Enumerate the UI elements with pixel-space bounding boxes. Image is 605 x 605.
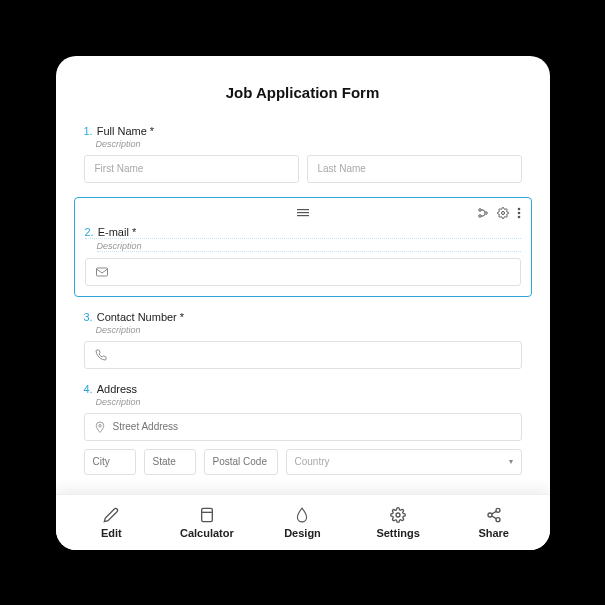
address-row-2: Country ▾ [84, 449, 522, 475]
bottom-nav: Edit Calculator Design Settings Share [56, 494, 550, 550]
svg-line-22 [491, 511, 496, 514]
svg-rect-10 [96, 268, 107, 276]
svg-point-8 [517, 211, 520, 214]
field-label-row: 1. Full Name * [84, 125, 522, 137]
form-title[interactable]: Job Application Form [80, 84, 526, 101]
gear-icon [390, 506, 406, 524]
nav-design[interactable]: Design [255, 506, 351, 539]
calculator-icon [199, 506, 215, 524]
more-icon[interactable] [517, 207, 521, 219]
field-contact[interactable]: 3. Contact Number * Description [80, 311, 526, 369]
gear-icon[interactable] [497, 207, 509, 219]
field-address[interactable]: 4. Address Description Country ▾ [80, 383, 526, 475]
drag-handle-icon[interactable] [297, 209, 309, 217]
last-name-input[interactable] [307, 155, 522, 183]
field-description: Description [97, 241, 521, 252]
svg-rect-12 [202, 508, 213, 521]
first-name-input[interactable] [84, 155, 299, 183]
nav-label: Design [284, 527, 321, 539]
svg-point-21 [496, 517, 500, 521]
svg-rect-1 [297, 212, 309, 213]
field-toolbar [85, 204, 521, 222]
country-select[interactable]: Country ▾ [286, 449, 522, 475]
svg-rect-0 [297, 209, 309, 210]
field-description: Description [96, 139, 522, 149]
svg-point-6 [501, 211, 504, 214]
form-canvas: Job Application Form 1. Full Name * Desc… [56, 56, 550, 494]
city-input[interactable] [84, 449, 136, 475]
field-description: Description [96, 397, 522, 407]
pencil-icon [103, 506, 119, 524]
field-label: Full Name * [97, 125, 154, 137]
email-input-wrapper [85, 258, 521, 286]
nav-edit[interactable]: Edit [64, 506, 160, 539]
field-label: Contact Number * [97, 311, 184, 323]
form-builder-window: Job Application Form 1. Full Name * Desc… [56, 56, 550, 550]
field-fullname[interactable]: 1. Full Name * Description [80, 125, 526, 183]
field-number: 4. [84, 383, 93, 395]
nav-settings[interactable]: Settings [350, 506, 446, 539]
drop-icon [295, 506, 309, 524]
svg-point-5 [484, 211, 487, 214]
svg-line-23 [491, 516, 496, 519]
field-label-row: 4. Address [84, 383, 522, 395]
field-description: Description [96, 325, 522, 335]
field-label-row: 3. Contact Number * [84, 311, 522, 323]
field-number: 3. [84, 311, 93, 323]
nav-label: Calculator [180, 527, 234, 539]
nav-label: Share [478, 527, 509, 539]
street-input[interactable] [113, 421, 511, 432]
chevron-down-icon: ▾ [509, 457, 513, 466]
street-input-wrapper [84, 413, 522, 441]
svg-rect-2 [297, 215, 309, 216]
pin-icon [95, 421, 105, 433]
share-icon [486, 506, 502, 524]
svg-point-18 [396, 513, 400, 517]
svg-point-11 [98, 424, 101, 427]
svg-point-19 [496, 508, 500, 512]
field-number: 1. [84, 125, 93, 137]
name-input-row [84, 155, 522, 183]
field-label-row: 2. E-mail * [85, 226, 521, 239]
email-input[interactable] [116, 266, 510, 277]
nav-label: Settings [376, 527, 419, 539]
field-email-selected[interactable]: 2. E-mail * Description [74, 197, 532, 297]
field-label: E-mail * [98, 226, 137, 238]
logic-icon[interactable] [477, 207, 489, 219]
svg-point-9 [517, 215, 520, 218]
svg-point-4 [478, 214, 481, 217]
field-label: Address [97, 383, 137, 395]
nav-share[interactable]: Share [446, 506, 542, 539]
svg-point-7 [517, 207, 520, 210]
svg-point-20 [488, 513, 492, 517]
nav-calculator[interactable]: Calculator [159, 506, 255, 539]
svg-point-3 [478, 208, 481, 211]
postal-input[interactable] [204, 449, 278, 475]
state-input[interactable] [144, 449, 196, 475]
field-number: 2. [85, 226, 94, 238]
phone-icon [95, 349, 107, 361]
nav-label: Edit [101, 527, 122, 539]
contact-input-wrapper [84, 341, 522, 369]
contact-input[interactable] [115, 349, 511, 360]
envelope-icon [96, 267, 108, 277]
country-placeholder: Country [295, 456, 330, 467]
